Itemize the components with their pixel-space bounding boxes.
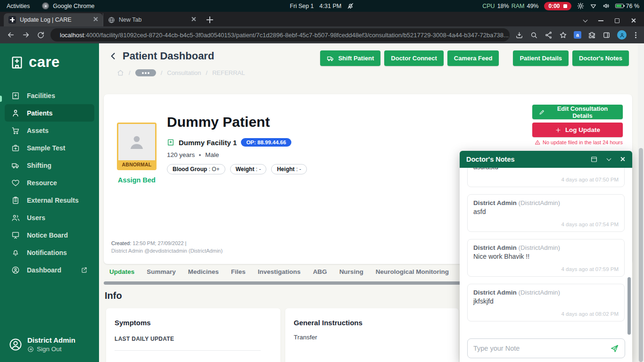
sidebar-item-facilities[interactable]: Facilities	[0, 87, 99, 104]
page-scrollbar-thumb[interactable]	[639, 148, 643, 362]
tab-investigations[interactable]: Investigations	[258, 268, 301, 275]
network-icon	[590, 2, 597, 9]
assign-bed-link[interactable]: Assign Bed	[117, 176, 157, 184]
send-icon[interactable]	[610, 344, 619, 353]
menu-dots-icon[interactable]	[635, 34, 636, 36]
zoom-icon[interactable]	[530, 31, 538, 39]
close-notes-icon[interactable]	[620, 156, 626, 162]
notes-message-list: asdfastd 4 days ago at 07:50 PM District…	[460, 168, 632, 335]
sidebar-item-shifting[interactable]: Shifting	[0, 156, 99, 174]
sidebar-item-assets[interactable]: Assets	[0, 122, 99, 139]
activities-button[interactable]: Activities	[7, 3, 30, 9]
user-avatar-icon	[8, 337, 23, 352]
system-tray[interactable]: CPU18% RAM49% 0:00 76 %	[482, 2, 639, 10]
sidebar-item-resource[interactable]: Resource	[0, 174, 99, 191]
tab-close-button[interactable]	[93, 16, 98, 23]
download-icon[interactable]	[515, 31, 523, 39]
note-message: asdfastd 4 days ago at 07:50 PM	[467, 168, 625, 187]
notes-scrollbar-thumb[interactable]	[627, 277, 631, 335]
tab-neurological-monitoring[interactable]: Neurological Monitoring	[376, 268, 449, 275]
sign-out-button[interactable]: Sign Out	[27, 346, 75, 353]
doctors-notes-header[interactable]: Doctor's Notes	[460, 151, 632, 168]
screen-recording-indicator[interactable]: 0:00	[544, 2, 571, 10]
plus-icon	[555, 127, 561, 133]
window-close-button[interactable]	[631, 18, 636, 24]
page-scrollbar[interactable]	[638, 43, 644, 362]
patient-sex: Male	[205, 151, 219, 158]
doctor-connect-button[interactable]: Doctor Connect	[384, 50, 444, 66]
stop-recording-icon	[563, 4, 567, 8]
share-icon[interactable]	[545, 31, 553, 39]
sidebar-item-notifications[interactable]: Notifications	[0, 244, 99, 261]
sidebar-nav: Facilities Patients Assets Sample Test S…	[0, 87, 99, 279]
browser-tab-care[interactable]: Update Log | CARE	[4, 13, 103, 26]
collapse-chevron-icon[interactable]	[607, 156, 611, 161]
sidebar-item-external-results[interactable]: External Results	[0, 191, 99, 209]
time-label: 4:31 PM	[320, 3, 342, 9]
doctors-notes-button[interactable]: Doctor's Notes	[572, 50, 629, 66]
bookmark-star-icon[interactable]	[559, 31, 567, 39]
tab-abg[interactable]: ABG	[313, 268, 327, 275]
popout-window-icon[interactable]	[590, 156, 598, 163]
forward-button[interactable]	[22, 31, 30, 39]
update-warning: No update filed in the last 24 hours	[535, 140, 623, 145]
tab-summary[interactable]: Summary	[147, 268, 176, 275]
extensions-icon[interactable]	[588, 31, 596, 39]
profile-avatar[interactable]	[617, 30, 627, 40]
clock-menu[interactable]: Fri Sep 1 4:31 PM	[290, 2, 354, 9]
back-chevron-icon[interactable]	[108, 51, 118, 61]
users-icon	[11, 214, 20, 222]
maximize-button[interactable]	[615, 18, 619, 23]
symptoms-body: LAST DAILY UPDATE	[115, 336, 272, 342]
edit-consultation-button[interactable]: Edit Consultation Details	[532, 105, 623, 119]
sidebar-item-dashboard[interactable]: Dashboard	[0, 261, 99, 279]
patient-details-button[interactable]: Patient Details	[513, 50, 569, 66]
focused-app-menu[interactable]: Google Chrome	[42, 2, 94, 9]
sidebar-item-notice-board[interactable]: Notice Board	[0, 226, 99, 244]
shift-patient-button[interactable]: Shift Patient	[320, 50, 380, 66]
breadcrumb-consultation[interactable]: Consultation	[167, 69, 201, 76]
op-number-badge: OP: 88.99.44.66	[241, 138, 291, 147]
dot-separator	[199, 154, 201, 156]
note-message: District Admin (DistrictAdmin) Nice work…	[467, 239, 625, 277]
sidebar-item-sample-test[interactable]: Sample Test	[0, 139, 99, 156]
new-tab-button[interactable]	[206, 16, 213, 23]
sidebar-item-patients[interactable]: Patients	[5, 104, 94, 122]
bell-icon	[11, 248, 20, 257]
log-update-button[interactable]: Log Update	[532, 123, 623, 137]
header-actions: Shift Patient Doctor Connect Camera Feed…	[320, 50, 629, 66]
general-instructions-title: General Instructions	[294, 319, 450, 327]
tab-updates[interactable]: Updates	[109, 268, 134, 275]
hospital-icon	[11, 91, 20, 100]
camera-feed-button[interactable]: Camera Feed	[447, 50, 499, 66]
breadcrumb-ellipsis[interactable]	[135, 69, 156, 76]
sidebar: care Facilities Patients Assets	[0, 43, 99, 362]
note-message: District Admin (DistrictAdmin) asfd 4 da…	[467, 194, 625, 232]
sidebar-item-users[interactable]: Users	[0, 209, 99, 226]
patient-name: Dummy Patient	[167, 114, 270, 130]
heart-icon	[11, 179, 20, 187]
address-bar[interactable]: localhost:4000/facility/81092ced-8720-44…	[50, 28, 510, 41]
chrome-logo-icon	[42, 2, 49, 9]
home-icon[interactable]	[117, 69, 124, 76]
tab-files[interactable]: Files	[231, 268, 246, 275]
minimize-button[interactable]	[598, 20, 603, 21]
back-button[interactable]	[7, 31, 15, 39]
side-panel-icon[interactable]	[603, 31, 611, 39]
tab-strip: Update Log | CARE New Tab	[0, 12, 644, 26]
tab-search-chevron-icon[interactable]	[583, 17, 588, 22]
tab-medicines[interactable]: Medicines	[188, 268, 219, 275]
doctors-notes-title: Doctor's Notes	[466, 156, 515, 163]
care-logo[interactable]: care	[0, 43, 99, 71]
care-logo-icon	[9, 55, 25, 70]
doctors-notes-panel: Doctor's Notes asdfastd 4 days ago at 07…	[460, 151, 632, 362]
tab-nursing[interactable]: Nursing	[339, 268, 363, 275]
tab-close-button[interactable]	[191, 16, 196, 23]
note-input[interactable]	[473, 345, 610, 352]
battery-indicator: 76 %	[615, 3, 640, 9]
globe-icon	[108, 16, 115, 24]
reload-button[interactable]	[37, 31, 45, 39]
browser-tab-newtab[interactable]: New Tab	[103, 13, 201, 26]
medical-case-icon	[11, 144, 20, 152]
translate-icon[interactable]: a	[574, 31, 581, 39]
